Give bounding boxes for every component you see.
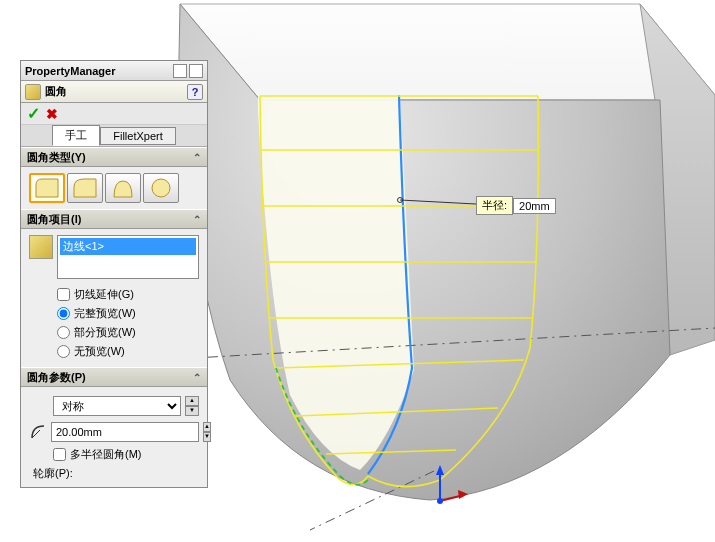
fillet-icon xyxy=(25,84,41,100)
feature-header: 圆角 ? xyxy=(21,81,207,103)
full-preview-radio[interactable] xyxy=(57,307,70,320)
no-preview-option[interactable]: 无预览(W) xyxy=(29,342,199,361)
multi-radius-option[interactable]: 多半径圆角(M) xyxy=(29,445,199,464)
no-preview-radio[interactable] xyxy=(57,345,70,358)
feature-title: 圆角 xyxy=(45,84,183,99)
radius-input[interactable] xyxy=(51,422,199,442)
type-constant-radius[interactable] xyxy=(29,173,65,203)
symmetry-select[interactable]: 对称 xyxy=(53,396,181,416)
spinner-down[interactable]: ▼ xyxy=(185,406,199,416)
type-full-round[interactable] xyxy=(143,173,179,203)
type-face-fillet[interactable] xyxy=(105,173,141,203)
pm-title: PropertyManager xyxy=(25,65,173,77)
ok-button[interactable]: ✓ xyxy=(27,104,40,123)
tab-row: 手工 FilletXpert xyxy=(21,125,207,147)
section-header-items[interactable]: 圆角项目(I) ⌃ xyxy=(21,209,207,229)
profile-label: 轮廓(P): xyxy=(29,464,199,481)
section-header-type[interactable]: 圆角类型(Y) ⌃ xyxy=(21,147,207,167)
tangent-checkbox[interactable] xyxy=(57,288,70,301)
partial-preview-radio[interactable] xyxy=(57,326,70,339)
multi-radius-checkbox[interactable] xyxy=(53,448,66,461)
svg-marker-16 xyxy=(436,465,444,475)
section-header-params[interactable]: 圆角参数(P) ⌃ xyxy=(21,367,207,387)
radius-callout[interactable]: 半径: 20mm xyxy=(476,196,556,215)
spinner-up[interactable]: ▲ xyxy=(185,396,199,406)
list-item[interactable]: 边线<1> xyxy=(60,238,196,255)
pm-header: PropertyManager xyxy=(21,61,207,81)
chevron-up-icon: ⌃ xyxy=(193,372,201,383)
pin-icon[interactable] xyxy=(173,64,187,78)
tangent-propagation-option[interactable]: 切线延伸(G) xyxy=(29,285,199,304)
callout-value[interactable]: 20mm xyxy=(513,198,556,214)
origin-triad[interactable] xyxy=(428,465,468,515)
svg-marker-18 xyxy=(458,490,468,499)
callout-label: 半径: xyxy=(476,196,513,215)
spinner-up[interactable]: ▲ xyxy=(203,422,211,432)
svg-point-19 xyxy=(437,498,443,504)
tab-filletxpert[interactable]: FilletXpert xyxy=(100,127,176,145)
chevron-up-icon: ⌃ xyxy=(193,152,201,163)
help-icon[interactable]: ? xyxy=(187,84,203,100)
chevron-up-icon: ⌃ xyxy=(193,214,201,225)
panel-menu-icon[interactable] xyxy=(189,64,203,78)
svg-point-20 xyxy=(152,179,170,197)
full-preview-option[interactable]: 完整预览(W) xyxy=(29,304,199,323)
tab-manual[interactable]: 手工 xyxy=(52,125,100,146)
svg-marker-1 xyxy=(180,4,715,100)
type-variable-radius[interactable] xyxy=(67,173,103,203)
property-manager-panel: PropertyManager 圆角 ? ✓ ✖ 手工 FilletXpert … xyxy=(20,60,208,488)
fillet-type-icons xyxy=(29,173,199,203)
items-to-fillet-list[interactable]: 边线<1> xyxy=(57,235,199,279)
spinner-down[interactable]: ▼ xyxy=(203,432,211,442)
cancel-button[interactable]: ✖ xyxy=(46,106,58,122)
radius-icon xyxy=(29,422,47,442)
edge-selection-icon xyxy=(29,235,53,259)
ok-cancel-row: ✓ ✖ xyxy=(21,103,207,125)
partial-preview-option[interactable]: 部分预览(W) xyxy=(29,323,199,342)
